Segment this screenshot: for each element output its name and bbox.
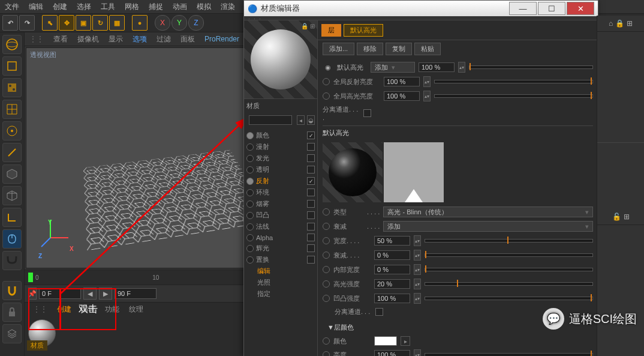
channel-radio[interactable] [246,256,254,264]
panel-more-icon-2[interactable]: ⊞ [624,213,630,221]
undo-button[interactable]: ↶ [2,15,18,31]
spinner-icon[interactable]: ▴▾ [423,91,431,101]
channel-radio[interactable] [246,143,254,151]
view-filter[interactable]: 过滤 [152,34,176,44]
view-prorender[interactable]: ProRender [200,35,244,43]
pivot-tool[interactable]: ● [132,15,148,31]
cube-model-icon[interactable] [2,56,22,76]
mat-tab-tex[interactable]: 纹理 [124,304,148,315]
channel-radio[interactable] [246,212,254,219]
menu-render[interactable]: 渲染 [216,2,240,12]
param-radio[interactable] [323,280,330,288]
separate-channel-checkbox-2[interactable] [375,308,383,316]
global-radio[interactable] [323,78,330,85]
nav-left-icon[interactable]: ◂ [297,115,305,125]
axis-z-toggle[interactable]: Z [188,15,204,31]
axis-icon[interactable] [2,208,22,227]
param-value-input[interactable]: 20 % [374,279,410,289]
channel-checkbox[interactable] [307,189,315,196]
rect-tool[interactable]: ▦ [109,15,125,31]
edit-link-指定[interactable]: 指定 [257,289,315,298]
global-slider[interactable] [434,80,593,83]
menu-sim[interactable]: 模拟 [192,2,216,12]
channel-radio[interactable] [246,189,254,196]
param-radio[interactable] [323,295,330,302]
channel-radio[interactable] [246,132,254,139]
eye-icon[interactable]: ◉ [323,64,333,71]
select-tool[interactable]: ⬉ [42,15,58,31]
type-select[interactable]: 高光 - Blinn（传统）▾ [383,207,593,217]
layer-opacity-input[interactable]: 100 % [419,62,455,72]
layer-row[interactable]: ◉ 默认高光 添加 ▾ 100 % ▴▾ [323,60,593,74]
tab-default-specular[interactable]: 默认高光 [344,24,383,37]
brightness-slider[interactable] [425,353,593,356]
channel-辉光[interactable]: 辉光 [244,243,317,254]
channel-radio[interactable] [246,245,254,252]
brightness-input[interactable]: 100 % [374,350,410,356]
global-value-input[interactable]: 100 % [384,91,420,101]
channel-checkbox[interactable]: ✓ [307,177,315,185]
axis-x-toggle[interactable]: X [155,15,170,31]
channel-凹凸[interactable]: 凹凸 [244,210,317,221]
axis-y-toggle[interactable]: Y [171,15,187,31]
channel-checkbox[interactable] [307,223,315,231]
channel-透明[interactable]: 透明 [244,164,317,175]
grid-icon[interactable] [2,100,22,119]
edit-link-编辑[interactable]: 编辑 [257,267,315,276]
channel-checkbox[interactable] [307,234,315,241]
channel-radio[interactable] [246,178,254,185]
spinner-icon[interactable]: ▴▾ [414,349,421,356]
redo-button[interactable]: ↷ [19,15,35,31]
spinner-icon[interactable]: ▴▾ [414,293,421,304]
panel-lock-icon-2[interactable]: 🔓 [612,213,621,221]
view-options[interactable]: 选项 [128,34,152,44]
layers-icon[interactable] [2,324,22,343]
cube-solid-icon[interactable] [2,164,22,184]
layer-opacity-slider[interactable] [469,65,593,69]
lock-icon[interactable]: 🔒 ⊞ [301,23,315,29]
tab-layer[interactable]: 层 [321,24,341,37]
channel-漫射[interactable]: 漫射 [244,141,317,152]
global-radio[interactable] [323,92,330,100]
maximize-button[interactable]: ☐ [538,2,565,15]
atten-select[interactable]: 添加▾ [383,221,593,232]
channel-radio[interactable] [246,223,254,231]
move-tool[interactable]: ✥ [59,15,74,31]
channel-checkbox[interactable] [307,143,315,151]
channel-环境[interactable]: 环境 [244,187,317,198]
channel-radio[interactable] [246,155,254,162]
nav-right-icon[interactable]: ◒ [307,115,315,125]
channel-置换[interactable]: 置换 [244,254,317,265]
panel-lock-icon[interactable]: 🔒 [615,19,624,28]
type-radio[interactable] [323,208,330,216]
magnet-icon[interactable] [2,281,22,300]
end-frame-input[interactable] [115,288,157,299]
channel-发光[interactable]: 发光 [244,152,317,164]
action-remove[interactable]: 移除 [357,43,383,55]
color-radio[interactable] [323,337,330,345]
channel-radio[interactable] [246,201,254,208]
param-radio[interactable] [323,266,330,273]
spinner-icon[interactable]: ▴▾ [414,250,421,261]
mouse-icon[interactable] [2,229,22,249]
separate-channel-checkbox[interactable] [363,109,371,117]
param-value-input[interactable]: 0 % [374,250,410,260]
channel-烟雾[interactable]: 烟雾 [244,198,317,210]
snap-icon[interactable] [2,251,22,270]
material-preview[interactable]: 🔒 ⊞ [244,20,317,99]
menu-create[interactable]: 创建 [48,2,72,12]
action-paste[interactable]: 粘贴 [414,43,441,55]
lock-icon[interactable] [2,303,22,322]
param-slider[interactable] [425,297,593,300]
spinner-icon[interactable]: ▴▾ [414,279,421,289]
spinner-icon[interactable]: ▴▾ [458,62,465,73]
channel-checkbox[interactable] [307,211,315,219]
minimize-button[interactable]: — [509,2,537,15]
spinner-icon[interactable]: ▴▾ [423,76,431,87]
channel-radio[interactable] [246,234,254,241]
panel-home-icon[interactable]: ⌂ [609,19,613,28]
param-value-input[interactable]: 100 % [374,294,410,303]
channel-checkbox[interactable] [307,154,315,162]
spinner-icon[interactable]: ▴▾ [414,235,421,246]
menu-mesh[interactable]: 网格 [120,2,144,12]
